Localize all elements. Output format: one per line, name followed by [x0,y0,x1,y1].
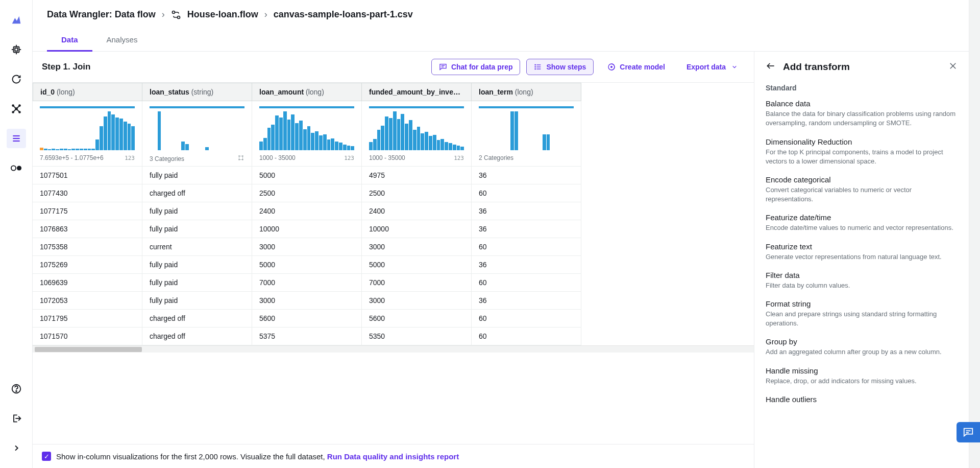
data-cell[interactable]: 1071795 [33,310,142,327]
data-cell[interactable]: 36 [472,202,581,220]
data-cell[interactable]: 60 [472,238,581,256]
column-header[interactable]: funded_amount_by_investors... [362,83,472,101]
transform-item[interactable]: Dimensionality ReductionFor the top K pr… [766,137,958,166]
data-cell[interactable]: 60 [472,310,581,327]
data-cell[interactable]: 5000 [362,256,472,274]
data-cell[interactable]: 2400 [362,202,472,220]
transform-item[interactable]: Balance dataBalance the data for binary … [766,99,958,128]
right-scrollbar-strip [969,0,980,468]
horizontal-scrollbar[interactable] [33,345,754,353]
tabs: Data Analyses [33,29,969,52]
breadcrumb-root[interactable]: Data Wrangler: Data flow [47,9,156,20]
transform-item[interactable]: Filter dataFilter data by column values. [766,271,958,290]
list-icon[interactable] [7,129,26,148]
transform-item[interactable]: Handle outliers [766,395,958,404]
transform-item[interactable]: Featurize textGenerate vector representa… [766,242,958,262]
data-cell[interactable]: 36 [472,167,581,184]
data-cell[interactable]: 1069639 [33,274,142,292]
breadcrumb: Data Wrangler: Data flow › House-loan.fl… [33,0,969,29]
data-cell[interactable]: 7000 [362,274,472,292]
toggle-icon[interactable] [7,158,26,178]
transform-item[interactable]: Format stringClean and prepare strings u… [766,299,958,328]
back-icon[interactable] [766,61,776,73]
transform-item[interactable]: Featurize date/timeEncode date/time valu… [766,213,958,232]
export-data-button[interactable]: Export data [679,59,745,75]
column-viz: 1000 - 35000123 [252,101,362,167]
data-cell[interactable]: 36 [472,292,581,310]
viz-checkbox[interactable]: ✓ [42,452,51,461]
data-cell[interactable]: 3000 [252,238,362,256]
data-grid[interactable]: id_0 (long)loan_status (string)loan_amou… [33,83,754,444]
data-cell[interactable]: 3000 [362,238,472,256]
data-cell[interactable]: 5000 [252,256,362,274]
data-cell[interactable]: 1077501 [33,167,142,184]
data-cell[interactable]: 10000 [362,220,472,238]
data-cell[interactable]: fully paid [142,220,252,238]
data-cell[interactable]: 36 [472,220,581,238]
column-header[interactable]: loan_term (long) [472,83,581,101]
data-cell[interactable]: 4975 [362,167,472,184]
data-cell[interactable]: 60 [472,184,581,202]
data-cell[interactable]: 1075358 [33,238,142,256]
column-header[interactable]: loan_amount (long) [252,83,362,101]
panel-title: Add transform [783,61,941,73]
data-cell[interactable]: 1076863 [33,220,142,238]
data-cell[interactable]: fully paid [142,274,252,292]
create-model-button[interactable]: Create model [600,59,673,75]
run-report-link[interactable]: Run Data quality and insights report [327,452,459,461]
data-cell[interactable]: 5350 [362,327,472,345]
data-cell[interactable]: current [142,238,252,256]
chat-fab[interactable] [957,422,980,442]
column-header[interactable]: loan_status (string) [142,83,252,101]
data-cell[interactable]: 60 [472,274,581,292]
transform-item[interactable]: Group byAdd an aggregated column after g… [766,337,958,357]
data-cell[interactable]: charged off [142,327,252,345]
column-header[interactable]: id_0 (long) [33,83,142,101]
data-cell[interactable]: 5600 [362,310,472,327]
close-icon[interactable] [948,61,958,72]
data-cell[interactable]: 1072053 [33,292,142,310]
logo-icon[interactable] [7,10,26,30]
transform-title: Featurize date/time [766,213,958,222]
chat-data-prep-button[interactable]: Chat for data prep [431,59,521,75]
data-cell[interactable]: 2500 [362,184,472,202]
tab-analyses[interactable]: Analyses [92,29,152,51]
data-cell[interactable]: charged off [142,184,252,202]
data-cell[interactable]: charged off [142,310,252,327]
data-cell[interactable]: 7000 [252,274,362,292]
data-cell[interactable]: fully paid [142,202,252,220]
data-cell[interactable]: 5000 [252,167,362,184]
data-cell[interactable]: 2400 [252,202,362,220]
logout-icon[interactable] [7,409,26,428]
data-cell[interactable]: 3000 [252,292,362,310]
breadcrumb-flow[interactable]: House-loan.flow [187,9,258,20]
data-cell[interactable]: 1077430 [33,184,142,202]
expand-icon[interactable] [7,438,26,458]
tab-data[interactable]: Data [47,29,92,52]
data-cell[interactable]: fully paid [142,292,252,310]
transform-item[interactable]: Handle missingReplace, drop, or add indi… [766,366,958,386]
transform-item[interactable]: Encode categoricalConvert categorical va… [766,175,958,204]
data-cell[interactable]: 5375 [252,327,362,345]
refresh-icon[interactable] [7,69,26,89]
data-cell[interactable]: 36 [472,256,581,274]
data-cell[interactable]: fully paid [142,167,252,184]
data-cell[interactable]: 1077175 [33,202,142,220]
transform-title: Group by [766,337,958,346]
show-steps-button[interactable]: Show steps [526,59,594,75]
help-icon[interactable] [7,379,26,399]
data-cell[interactable]: 1071570 [33,327,142,345]
transform-desc: Encode date/time values to numeric and v… [766,223,958,232]
graph-icon[interactable] [7,99,26,119]
chip-icon[interactable] [7,40,26,59]
svg-point-19 [16,166,21,170]
data-cell[interactable]: fully paid [142,256,252,274]
transform-title: Handle outliers [766,395,958,404]
data-cell[interactable]: 60 [472,327,581,345]
data-cell[interactable]: 3000 [362,292,472,310]
data-cell[interactable]: 1075269 [33,256,142,274]
data-cell[interactable]: 2500 [252,184,362,202]
data-cell[interactable]: 10000 [252,220,362,238]
footer: ✓ Show in-column visualizations for the … [33,444,754,468]
data-cell[interactable]: 5600 [252,310,362,327]
